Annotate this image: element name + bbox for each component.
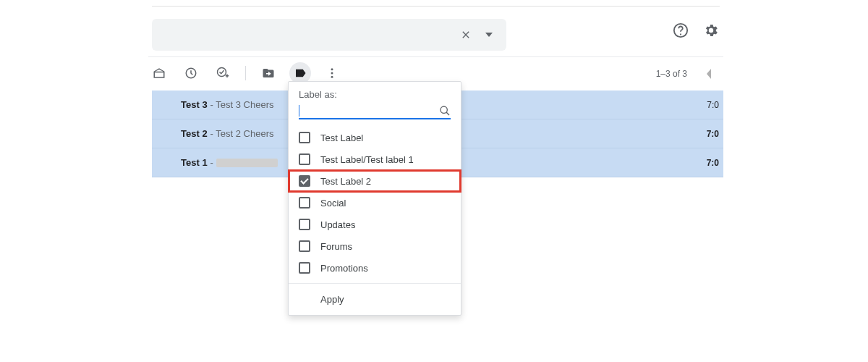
label-option[interactable]: Promotions — [289, 257, 461, 279]
label-option-text: Test Label/Test label 1 — [320, 154, 414, 165]
email-snippet: - — [210, 157, 213, 168]
svg-point-2 — [218, 68, 226, 77]
toolbar-divider — [148, 56, 723, 57]
email-snippet: - Test 2 Cheers — [210, 128, 274, 139]
label-popup-title: Label as: — [289, 89, 461, 104]
email-time: 7:0 — [707, 158, 719, 168]
toolbar-separator — [245, 66, 246, 80]
task-add-icon — [216, 67, 229, 80]
email-snippet: - Test 3 Cheers — [210, 99, 274, 110]
label-search-row[interactable] — [299, 104, 451, 119]
apply-button[interactable]: Apply — [289, 284, 461, 315]
checkbox[interactable] — [299, 175, 310, 187]
email-time: 7:0 — [707, 129, 719, 139]
email-time: 7:0 — [707, 100, 719, 110]
svg-point-6 — [441, 106, 447, 113]
prev-page-button[interactable] — [702, 67, 716, 81]
svg-point-4 — [331, 72, 333, 75]
checkbox[interactable] — [299, 262, 310, 274]
move-to-button[interactable] — [258, 62, 279, 84]
label-option-text: Forums — [320, 241, 352, 252]
add-to-tasks-button[interactable] — [212, 62, 234, 84]
label-option-text: Test Label — [320, 132, 363, 143]
folder-move-icon — [262, 67, 275, 80]
clock-icon — [184, 67, 197, 80]
more-vert-icon — [326, 67, 339, 80]
label-search-input[interactable] — [302, 104, 439, 117]
archive-icon — [153, 67, 166, 80]
label-option[interactable]: Forums — [289, 235, 461, 257]
label-icon — [294, 67, 307, 80]
email-subject: Test 3 — [181, 99, 208, 110]
settings-button[interactable] — [702, 22, 720, 39]
caret-down-icon — [485, 31, 493, 38]
label-option-text: Social — [320, 198, 346, 209]
email-subject: Test 2 — [181, 128, 208, 139]
label-option[interactable]: Test Label 2 — [289, 170, 461, 192]
label-option[interactable]: Updates — [289, 214, 461, 235]
svg-point-3 — [331, 68, 333, 70]
email-subject: Test 1 — [181, 157, 208, 168]
chevron-left-icon — [705, 69, 712, 79]
help-icon — [673, 22, 689, 38]
text-cursor — [299, 105, 299, 117]
gear-icon — [703, 22, 719, 38]
label-option-text: Test Label 2 — [320, 176, 371, 187]
checkbox[interactable] — [299, 240, 310, 252]
archive-button[interactable] — [148, 62, 170, 84]
checkbox[interactable] — [299, 132, 310, 143]
checkbox[interactable] — [299, 153, 310, 165]
label-option-text: Promotions — [320, 263, 368, 274]
svg-point-5 — [331, 76, 333, 78]
pagination-text: 1–3 of 3 — [656, 69, 687, 79]
redacted-text — [216, 159, 278, 167]
label-popup: Label as: Test LabelTest Label/Test labe… — [288, 81, 461, 316]
checkbox[interactable] — [299, 197, 310, 209]
search-options-button[interactable] — [477, 23, 501, 46]
label-option[interactable]: Social — [289, 192, 461, 214]
help-button[interactable] — [672, 22, 689, 39]
search-bar[interactable] — [152, 19, 506, 51]
label-option-text: Updates — [320, 219, 355, 230]
search-icon — [439, 105, 451, 117]
clear-search-button[interactable] — [454, 23, 477, 46]
top-divider — [152, 6, 720, 7]
close-icon — [460, 29, 472, 41]
label-option[interactable]: Test Label/Test label 1 — [289, 148, 461, 170]
checkbox[interactable] — [299, 219, 310, 230]
label-option[interactable]: Test Label — [289, 127, 461, 148]
snooze-button[interactable] — [180, 62, 202, 84]
pagination: 1–3 of 3 — [656, 67, 716, 81]
